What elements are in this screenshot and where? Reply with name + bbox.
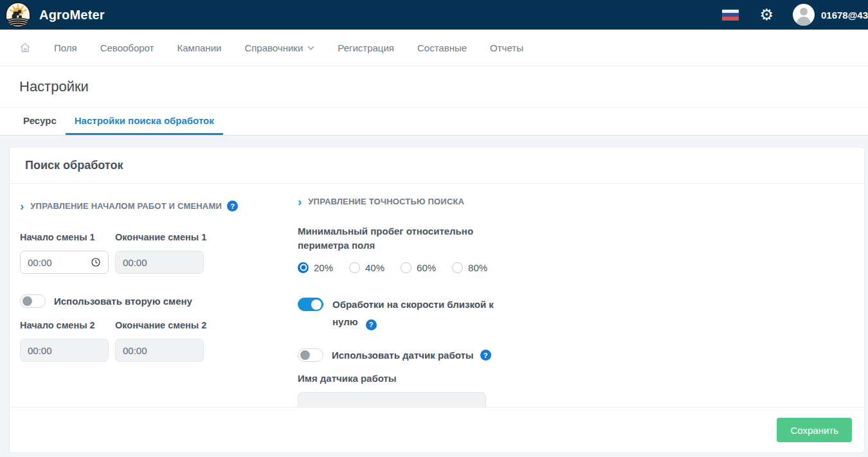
app-title: AgroMeter bbox=[39, 8, 105, 22]
save-button[interactable]: Сохранить bbox=[777, 418, 852, 442]
clock-icon[interactable] bbox=[91, 257, 101, 267]
accuracy-column: › УПРАВЛЕНИЕ ТОЧНОСТЬЮ ПОИСКА Минимальны… bbox=[298, 184, 864, 407]
nav-item-crop-rotation[interactable]: Севооборот bbox=[100, 42, 154, 53]
shift1-end-input bbox=[115, 251, 204, 274]
chevron-down-icon bbox=[307, 46, 314, 50]
zero-speed-toggle[interactable] bbox=[298, 298, 323, 311]
mileage-option-20[interactable]: 20% bbox=[298, 262, 333, 273]
shift1-end-value bbox=[123, 257, 168, 268]
second-shift-toggle[interactable] bbox=[20, 294, 46, 308]
user-id-label: 01678@43 bbox=[821, 10, 868, 21]
tab-bar: Ресурс Настройки поиска обработок bbox=[0, 108, 868, 136]
shift2-end-value bbox=[123, 345, 168, 356]
shift2-start-value bbox=[28, 345, 73, 356]
mileage-radio-group: 20% 40% 60% 80% bbox=[298, 262, 864, 273]
card-title: Поиск обработок bbox=[25, 159, 123, 172]
help-icon[interactable]: ? bbox=[366, 319, 377, 330]
second-shift-toggle-label: Использовать вторую смену bbox=[54, 296, 192, 307]
mileage-option-60[interactable]: 60% bbox=[401, 262, 436, 273]
section-shifts-header[interactable]: › УПРАВЛЕНИЕ НАЧАЛОМ РАБОТ И СМЕНАМИ ? bbox=[20, 201, 298, 211]
chevron-right-icon: › bbox=[298, 197, 302, 206]
section-accuracy-title: УПРАВЛЕНИЕ ТОЧНОСТЬЮ ПОИСКА bbox=[308, 197, 464, 206]
shift2-end-label: Окончание смены 2 bbox=[115, 320, 210, 330]
zero-speed-toggle-label: Обработки на скорости близкой к нулю bbox=[332, 299, 494, 328]
shift2-end-input bbox=[115, 339, 204, 362]
mileage-option-20-label: 20% bbox=[314, 262, 333, 273]
sensor-name-label: Имя датчика работы bbox=[298, 373, 864, 384]
shift1-start-value[interactable] bbox=[28, 257, 73, 268]
radio-icon[interactable] bbox=[401, 262, 411, 273]
work-sensor-toggle-label: Использовать датчик работы bbox=[332, 350, 474, 361]
shift1-start-label: Начало смены 1 bbox=[20, 232, 115, 242]
nav-item-directories-label: Справочники bbox=[244, 42, 303, 53]
mileage-option-60-label: 60% bbox=[417, 262, 436, 273]
help-icon[interactable]: ? bbox=[480, 350, 491, 361]
sensor-name-input bbox=[298, 392, 486, 407]
mileage-option-40[interactable]: 40% bbox=[349, 262, 384, 273]
work-sensor-toggle[interactable] bbox=[298, 348, 323, 362]
shift1-start-input[interactable] bbox=[20, 251, 109, 274]
shifts-column: › УПРАВЛЕНИЕ НАЧАЛОМ РАБОТ И СМЕНАМИ ? Н… bbox=[20, 184, 298, 407]
tab-treatment-search-settings[interactable]: Настройки поиска обработок bbox=[66, 108, 223, 135]
section-shifts-title: УПРАВЛЕНИЕ НАЧАЛОМ РАБОТ И СМЕНАМИ bbox=[30, 201, 222, 211]
treatment-search-card: Поиск обработок › УПРАВЛЕНИЕ НАЧАЛОМ РАБ… bbox=[9, 147, 865, 453]
page-title-bar: Настройки bbox=[0, 66, 868, 108]
nav-item-directories[interactable]: Справочники bbox=[244, 42, 314, 53]
home-icon[interactable] bbox=[19, 42, 31, 53]
help-icon[interactable]: ? bbox=[227, 201, 238, 211]
card-footer: Сохранить bbox=[10, 407, 864, 453]
nav-item-reports[interactable]: Отчеты bbox=[490, 42, 523, 53]
mileage-option-80[interactable]: 80% bbox=[452, 262, 487, 273]
nav-item-fields[interactable]: Поля bbox=[54, 42, 77, 53]
shift2-start-label: Начало смены 2 bbox=[20, 320, 115, 330]
mileage-label: Минимальный пробег относительно периметр… bbox=[298, 224, 481, 253]
chevron-right-icon: › bbox=[20, 202, 24, 211]
app-logo-icon[interactable] bbox=[5, 2, 31, 28]
shift1-end-label: Окончание смены 1 bbox=[115, 232, 210, 242]
settings-gear-icon[interactable]: ⚙ bbox=[759, 7, 773, 22]
shift2-start-input bbox=[20, 339, 109, 362]
page-title: Настройки bbox=[19, 78, 89, 95]
radio-icon[interactable] bbox=[349, 262, 360, 273]
mileage-option-80-label: 80% bbox=[468, 262, 487, 273]
mileage-option-40-label: 40% bbox=[365, 262, 384, 273]
tab-resource[interactable]: Ресурс bbox=[14, 108, 66, 135]
language-flag-icon[interactable] bbox=[722, 10, 739, 21]
card-header: Поиск обработок bbox=[10, 147, 864, 184]
main-nav: Поля Севооборот Кампании Справочники Рег… bbox=[0, 30, 868, 66]
section-accuracy-header[interactable]: › УПРАВЛЕНИЕ ТОЧНОСТЬЮ ПОИСКА bbox=[298, 197, 864, 206]
user-avatar[interactable] bbox=[793, 4, 815, 26]
nav-item-campaigns[interactable]: Кампании bbox=[177, 42, 222, 53]
nav-item-composites[interactable]: Составные bbox=[417, 42, 467, 53]
radio-icon[interactable] bbox=[452, 262, 463, 273]
radio-checked-icon[interactable] bbox=[298, 262, 309, 273]
nav-item-registration[interactable]: Регистрация bbox=[338, 42, 394, 53]
app-header: AgroMeter ⚙ 01678@43 bbox=[0, 0, 868, 30]
